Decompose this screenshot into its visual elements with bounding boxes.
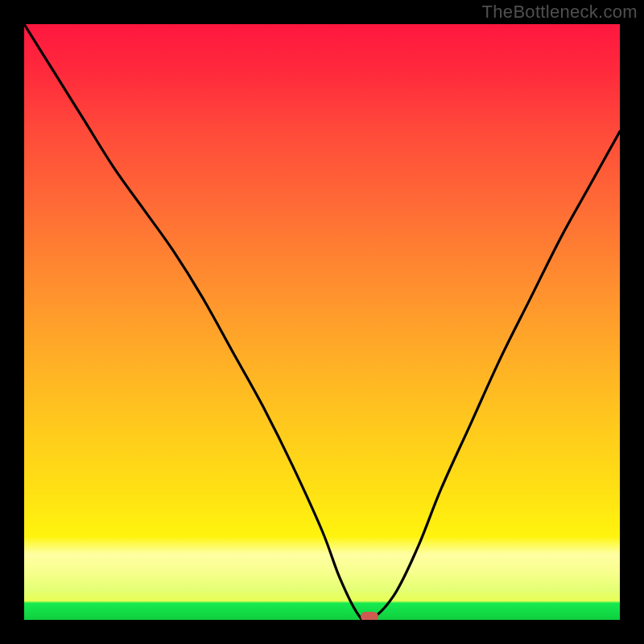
watermark-text: TheBottleneck.com <box>482 2 638 23</box>
minimum-marker <box>361 612 378 620</box>
bottleneck-curve <box>24 24 620 620</box>
plot-area <box>24 24 620 620</box>
chart-frame: TheBottleneck.com <box>0 0 644 644</box>
